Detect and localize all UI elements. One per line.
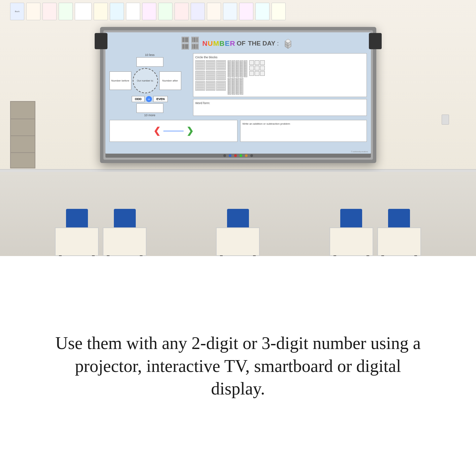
desk-leg-left [381,255,384,256]
one-block [260,60,265,65]
one-block [255,66,259,70]
wall-item [255,3,269,20]
title-letter-b: B [219,39,224,47]
wall-item [223,3,237,20]
ten-block [232,78,235,95]
title-letter-m: M [213,39,219,47]
classroom-background: Buch [0,0,476,256]
chair [227,209,249,227]
wall-item [174,3,189,20]
header-blocks-left [182,37,200,50]
whiteboard-container: N U M B E R OF THE DAY : [100,27,376,163]
desk-leg-right [367,255,369,256]
left-desk-group [55,209,147,256]
number-after-box: Number after [159,71,181,90]
desk-top [377,227,421,256]
odd-even-row: ODD or EVEN [109,96,190,102]
hundred-block [195,71,205,80]
desk-leg-right [140,255,142,256]
even-button[interactable]: EVEN [153,96,168,102]
notd-header: N U M B E R OF THE DAY : [109,36,367,51]
center-desk-group [216,209,260,256]
circle-blocks-title: Circle the blocks [195,56,364,59]
wall-item [272,3,286,20]
chair [340,209,362,227]
ten-more-input [136,103,163,113]
hundred-block [195,60,205,70]
wb-dot-orange [245,154,248,157]
title-letter-n: N [202,39,207,47]
wall-item [207,3,221,20]
one-block [255,60,259,65]
desk-row [0,209,476,256]
right-desk-group [329,209,421,256]
our-number-circle: Our number is: [133,68,158,93]
desk-leg-left [59,255,62,256]
hundred-block [216,71,226,80]
number-before-label: Number before [111,79,129,82]
ones-blocks [249,60,265,76]
ten-less-label: 10 less [109,53,190,57]
number-after-label: Number after [162,79,178,82]
ten-block [240,78,243,95]
wall-item [75,3,92,20]
or-circle: or [146,96,152,102]
header-cube-icon [282,36,294,51]
left-section: 10 less Number before Our number [109,53,190,118]
wall-outlet [442,115,449,125]
one-block [249,60,254,65]
wall-decorations: Buch [0,3,476,20]
cabinet-shelf [11,119,35,119]
one-block [249,71,254,76]
title-of: OF [237,40,246,47]
wall-item [142,3,156,20]
chair [388,209,410,227]
chair [66,209,88,227]
classroom-wall: Buch [0,0,476,175]
classroom-cabinet [10,101,35,168]
desk-leg-right [414,255,417,256]
compare-section: ❮ ❯ [109,120,237,142]
one-block [260,66,265,70]
ten-block [232,60,235,77]
wall-item [239,3,253,20]
desk-leg-left [220,255,223,256]
tens-blocks [228,60,247,95]
title-letter-u: U [208,39,213,47]
title-colon: : [277,40,279,47]
wb-dot-green [240,154,242,157]
wall-item [191,3,205,20]
whiteboard-surface: N U M B E R OF THE DAY : [105,32,371,154]
ten-more-label: 10 more [109,114,190,117]
one-block [249,66,254,70]
ten-block [236,60,239,77]
arrow-right-icon: ❯ [186,126,194,136]
ten-block [244,60,247,77]
notd-title-text: N U M B E R OF THE DAY : [202,39,279,47]
desk-top [216,227,260,256]
wall-item: Buch [10,3,24,20]
right-section: Circle the blocks [193,53,367,118]
circle-blocks-section: Circle the blocks [193,53,367,97]
wall-item [26,3,40,20]
one-block [260,71,265,76]
odd-button[interactable]: ODD [132,96,145,102]
wall-item [94,3,108,20]
number-before-box: Number before [109,71,131,90]
ten-less-box: 10 less [109,53,190,67]
hundred-block [195,81,205,91]
description-text: Use them with any 2-digit or 3-digit num… [53,332,423,400]
desk-unit [216,209,260,256]
desk-top [329,227,373,256]
arrow-left-icon: ❮ [153,126,161,136]
desk-unit [377,209,421,256]
classroom-floor [0,172,476,256]
description-section: Use them with any 2-digit or 3-digit num… [0,256,476,476]
speaker-right [369,33,382,49]
wall-item [126,3,140,20]
word-form-label: Word form: [195,101,364,105]
wall-item [59,3,73,20]
hundred-block [206,81,215,91]
desk-leg-left [107,255,109,256]
notd-main-content: 10 less Number before Our number [109,53,367,118]
